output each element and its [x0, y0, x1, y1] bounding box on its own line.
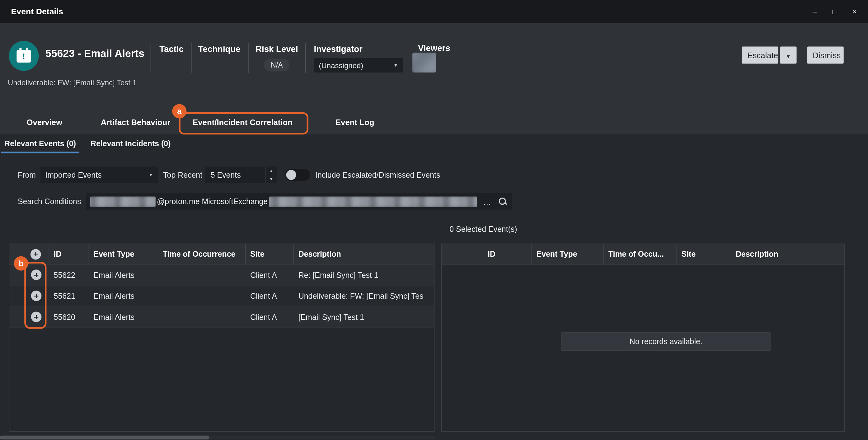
tab-artifact-behaviour[interactable]: Artifact Behaviour [101, 111, 170, 134]
add-all-icon[interactable]: + [31, 249, 41, 259]
risk-level-value: N/A [264, 59, 289, 71]
event-subtitle: Undeliverable: FW: [Email Sync] Test 1 [8, 79, 136, 87]
horizontal-scrollbar [0, 436, 435, 439]
plus-glyph: + [34, 312, 39, 321]
event-calendar-alert-icon: ! [9, 41, 39, 71]
column-header-id[interactable]: ID [49, 244, 89, 264]
top-recent-spinner: ▲ ▼ [265, 166, 277, 183]
cell-time [158, 286, 246, 306]
table-header-row: + ID Event Type Time of Occurrence Site … [9, 244, 434, 264]
risk-level-label: Risk Level [249, 44, 305, 54]
cell-id: 55621 [49, 286, 89, 306]
filter-row: From Imported Events ▼ Top Recent 5 Even… [18, 166, 440, 184]
column-header-id[interactable]: ID [483, 244, 532, 264]
subtab-bar: Relevant Events (0) Relevant Incidents (… [3, 134, 182, 154]
subtab-relevant-events[interactable]: Relevant Events (0) [3, 134, 77, 153]
maximize-icon[interactable]: □ [827, 4, 842, 19]
toggle-knob [286, 170, 296, 180]
redaction-blur [91, 196, 156, 207]
event-details-window: Event Details – □ × ! 55623 - Email Aler… [0, 0, 868, 440]
column-header-event-type[interactable]: Event Type [532, 244, 604, 264]
spinner-up-icon[interactable]: ▲ [266, 166, 277, 175]
top-recent-label: Top Recent [163, 170, 202, 179]
exclamation-glyph: ! [23, 51, 25, 61]
add-event-icon[interactable]: + [31, 270, 42, 280]
cell-site: Client A [246, 307, 294, 327]
cell-description: [Email Sync] Test 1 [294, 307, 434, 327]
cell-time [158, 264, 246, 285]
add-event-icon[interactable]: + [31, 291, 42, 301]
from-dropdown[interactable]: Imported Events ▼ [40, 166, 158, 183]
search-conditions-input[interactable]: @proton.me MicrosoftExchange … [86, 193, 512, 210]
tactic-label: Tactic [159, 44, 191, 54]
titlebar: Event Details – □ × [0, 0, 868, 23]
escalate-dropdown-button[interactable]: ▼ [780, 46, 797, 63]
table-row[interactable]: + 55621 Email Alerts Client A Undelivera… [9, 286, 434, 307]
tab-event-log[interactable]: Event Log [336, 111, 374, 134]
plus-glyph: + [34, 291, 39, 300]
column-header-description[interactable]: Description [732, 244, 844, 264]
calendar-glyph: ! [17, 50, 31, 62]
column-header-site[interactable]: Site [246, 244, 294, 264]
viewer-avatar [412, 53, 436, 72]
avatar-blur [412, 53, 436, 72]
escalate-button[interactable]: Escalate [742, 46, 778, 63]
technique-column: Technique [191, 43, 248, 73]
empty-header-cell [442, 244, 483, 264]
cell-site: Client A [246, 286, 294, 306]
top-recent-value: 5 Events [205, 170, 265, 179]
top-recent-input[interactable]: 5 Events ▲ ▼ [205, 166, 277, 183]
add-all-header-cell: + [9, 244, 49, 264]
cell-event-type: Email Alerts [89, 307, 158, 327]
dismiss-button[interactable]: Dismiss [807, 46, 843, 63]
table-row[interactable]: + 55620 Email Alerts Client A [Email Syn… [9, 307, 434, 328]
search-conditions-label: Search Conditions [18, 197, 81, 206]
subtab-relevant-incidents[interactable]: Relevant Incidents (0) [89, 134, 172, 153]
column-header-description[interactable]: Description [294, 244, 434, 264]
investigator-dropdown[interactable]: (Unassigned) ▼ [314, 58, 403, 72]
column-header-time[interactable]: Time of Occurrence [158, 244, 246, 264]
window-controls: – □ × [807, 0, 862, 23]
risk-level-column: Risk Level N/A [248, 43, 305, 73]
redacted-text [91, 196, 156, 207]
event-header: ! 55623 - Email Alerts Tactic Technique … [0, 23, 868, 135]
selected-events-table: ID Event Type Time of Occu... Site Descr… [441, 244, 845, 432]
selected-events-count: 0 Selected Event(s) [450, 225, 517, 233]
caret-down-icon: ▼ [149, 172, 153, 178]
table-header-row: ID Event Type Time of Occu... Site Descr… [442, 244, 844, 264]
search-icon[interactable] [499, 197, 508, 206]
redaction-blur [269, 196, 477, 207]
minimize-icon[interactable]: – [807, 4, 823, 19]
include-escalated-toggle[interactable] [285, 169, 310, 181]
spinner-down-icon[interactable]: ▼ [266, 175, 277, 183]
add-event-icon[interactable]: + [31, 312, 42, 322]
plus-glyph: + [34, 271, 39, 279]
investigator-value: (Unassigned) [319, 61, 364, 70]
include-escalated-label: Include Escalated/Dismissed Events [315, 170, 440, 179]
tab-overview[interactable]: Overview [27, 111, 62, 134]
relevant-events-table: + ID Event Type Time of Occurrence Site … [9, 244, 434, 432]
cell-event-type: Email Alerts [89, 264, 158, 285]
redacted-text [269, 196, 477, 207]
column-header-site[interactable]: Site [677, 244, 731, 264]
investigator-column: Investigator (Unassigned) ▼ [305, 43, 413, 73]
search-visible-text: @proton.me MicrosoftExchange [156, 197, 269, 206]
investigator-label: Investigator [314, 44, 413, 54]
cell-time [158, 307, 246, 327]
close-icon[interactable]: × [847, 4, 862, 19]
column-header-event-type[interactable]: Event Type [89, 244, 158, 264]
technique-label: Technique [198, 44, 248, 54]
search-row: Search Conditions @proton.me MicrosoftEx… [18, 193, 512, 210]
more-options-button[interactable]: … [483, 197, 492, 206]
tab-event-incident-correlation[interactable]: Event/Incident Correlation [193, 111, 292, 134]
cell-description: Undeliverable: FW: [Email Sync] Tes [294, 286, 434, 306]
from-value: Imported Events [45, 170, 101, 179]
add-cell: + [9, 264, 49, 285]
table-row[interactable]: + 55622 Email Alerts Client A Re: [Email… [9, 264, 434, 286]
tactic-column: Tactic [151, 43, 191, 73]
scrollbar-thumb[interactable] [0, 436, 209, 439]
column-header-time[interactable]: Time of Occu... [604, 244, 677, 264]
event-meta-columns: Tactic Technique Risk Level N/A Investig… [151, 43, 413, 73]
add-cell: + [9, 286, 49, 306]
from-label: From [18, 170, 36, 179]
